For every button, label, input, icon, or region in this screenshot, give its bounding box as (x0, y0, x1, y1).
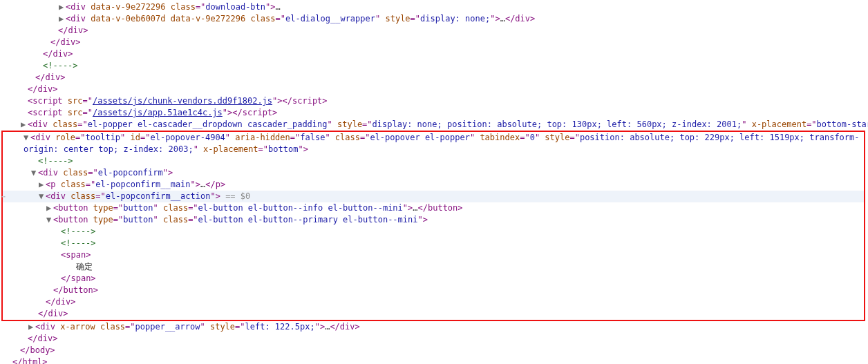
dom-node[interactable]: ▼<div class="el-popconfirm"> (3, 167, 864, 179)
dom-node[interactable]: </div> (0, 72, 868, 84)
dom-node[interactable]: <span> (3, 249, 864, 261)
dom-node[interactable]: ▶<p class="el-popconfirm__main">…</p> (3, 179, 864, 191)
dom-node[interactable]: ▶<button type="button" class="el-button … (3, 202, 864, 214)
dom-node[interactable]: </button> (3, 285, 864, 296)
dom-node[interactable]: ▶<div data-v-9e272296 class="download-bt… (0, 1, 868, 13)
dom-node[interactable]: ⋯▼<div class="el-popconfirm__action"> ==… (3, 191, 864, 202)
breakpoint-gutter[interactable]: ⋯ (1, 191, 6, 202)
dom-node[interactable]: ▶<div data-v-0eb6007d data-v-9e272296 cl… (0, 13, 868, 25)
dom-node[interactable]: </div> (0, 84, 868, 95)
expand-toggle[interactable]: ▶ (59, 13, 66, 25)
dom-node[interactable]: <!----> (3, 226, 864, 238)
expand-toggle[interactable]: ▼ (31, 167, 38, 179)
dom-node[interactable]: </span> (3, 273, 864, 285)
expand-toggle[interactable]: ▶ (28, 321, 35, 333)
highlight-region: ▼<div role="tooltip" id="el-popover-4904… (1, 131, 865, 321)
dom-node[interactable]: </div> (3, 308, 864, 320)
dom-node[interactable]: <!----> (3, 155, 864, 167)
dom-node[interactable]: 确定 (3, 261, 864, 273)
dom-node[interactable]: ▶<div class="el-popper el-cascader__drop… (0, 119, 868, 131)
dom-tree: ▶<div data-v-9e272296 class="download-bt… (0, 0, 868, 364)
dom-node[interactable]: ▼<button type="button" class="el-button … (3, 214, 864, 226)
expand-toggle[interactable]: ▶ (21, 119, 28, 131)
dom-node[interactable]: </div> (0, 25, 868, 37)
dom-node[interactable]: </div> (0, 48, 868, 60)
dom-node[interactable]: <!----> (3, 238, 864, 249)
expand-toggle[interactable]: ▶ (59, 1, 66, 13)
dom-node[interactable]: </body> (0, 345, 868, 356)
dom-node[interactable]: <script src="/assets/js/chunk-vendors.dd… (0, 95, 868, 107)
expand-toggle[interactable]: ▼ (46, 214, 53, 226)
dom-node[interactable]: ▶<div x-arrow class="popper__arrow" styl… (0, 321, 868, 333)
expand-toggle[interactable]: ▶ (46, 202, 53, 214)
dom-node[interactable]: </div> (0, 333, 868, 345)
expand-toggle[interactable]: ▼ (23, 132, 30, 144)
dom-node[interactable]: <script src="/assets/js/app.51ae1c4c.js"… (0, 107, 868, 119)
dom-node[interactable]: <!----> (0, 60, 868, 72)
expand-toggle[interactable]: ▼ (39, 191, 46, 202)
dom-node[interactable]: ▼<div role="tooltip" id="el-popover-4904… (3, 132, 864, 155)
expand-toggle[interactable]: ▶ (39, 179, 46, 191)
dom-node[interactable]: </html> (0, 356, 868, 364)
dom-node[interactable]: </div> (3, 296, 864, 308)
dom-node[interactable]: </div> (0, 37, 868, 48)
